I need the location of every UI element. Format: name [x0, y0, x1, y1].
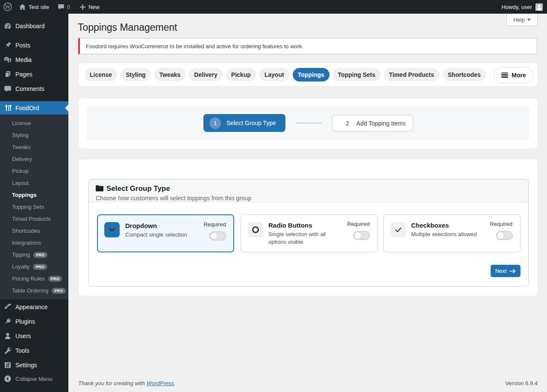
- svg-text:W: W: [5, 4, 11, 10]
